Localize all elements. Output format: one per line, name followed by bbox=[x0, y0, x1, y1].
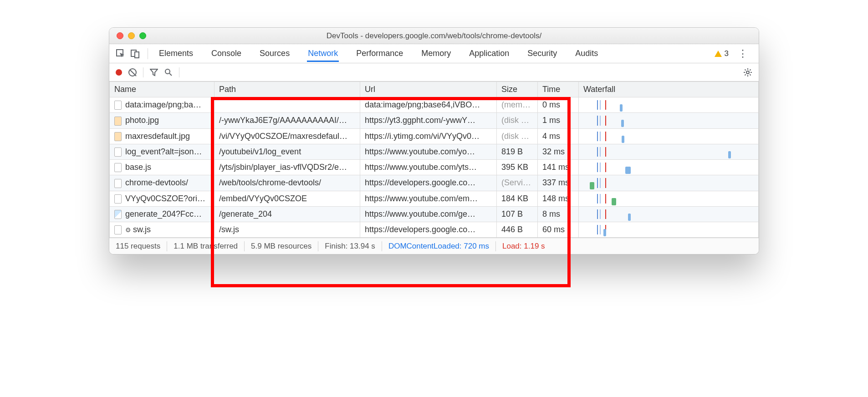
col-waterfall[interactable]: Waterfall bbox=[579, 82, 759, 97]
tab-elements[interactable]: Elements bbox=[158, 45, 194, 62]
cell-path: /youtubei/v1/log_event bbox=[214, 144, 360, 159]
col-size[interactable]: Size bbox=[497, 82, 538, 97]
waterfall-bar bbox=[622, 136, 624, 143]
cell-name[interactable]: photo.jpg bbox=[110, 113, 214, 128]
status-load: Load: 1.19 s bbox=[502, 242, 545, 251]
cell-waterfall bbox=[579, 175, 759, 191]
svg-rect-2 bbox=[135, 52, 139, 58]
cell-name[interactable]: ⚙sw.js bbox=[110, 222, 214, 238]
cell-time: 8 ms bbox=[538, 206, 579, 222]
row-name-label: chrome-devtools/ bbox=[125, 178, 188, 187]
file-icon bbox=[114, 225, 122, 234]
file-icon bbox=[114, 194, 122, 204]
cell-name[interactable]: data:image/png;ba… bbox=[110, 97, 214, 113]
cell-time: 32 ms bbox=[538, 144, 579, 159]
cell-size: 446 B bbox=[497, 222, 538, 238]
titlebar: DevTools - developers.google.com/web/too… bbox=[109, 28, 759, 44]
table-row[interactable]: VYyQv0CSZOE?ori…/embed/VYyQv0CSZOEhttps:… bbox=[110, 191, 759, 206]
table-row[interactable]: data:image/png;ba…data:image/png;base64,… bbox=[110, 97, 759, 113]
col-url[interactable]: Url bbox=[360, 82, 497, 97]
more-options-icon[interactable]: ⋮ bbox=[733, 48, 752, 60]
waterfall-bar bbox=[628, 214, 631, 221]
settings-icon[interactable] bbox=[743, 68, 752, 77]
waterfall-bar bbox=[603, 229, 606, 236]
tab-audits[interactable]: Audits bbox=[574, 45, 599, 62]
cell-name[interactable]: chrome-devtools/ bbox=[110, 175, 214, 191]
row-name-label: log_event?alt=json… bbox=[125, 147, 202, 156]
cell-time: 337 ms bbox=[538, 175, 579, 191]
cell-size: (disk c… bbox=[497, 113, 538, 128]
clear-button[interactable] bbox=[128, 68, 137, 76]
tab-application[interactable]: Application bbox=[468, 45, 510, 62]
network-table: Name Path Url Size Time Waterfall data:i… bbox=[109, 81, 759, 238]
cell-url: https://www.youtube.com/ge… bbox=[360, 206, 497, 222]
row-name-label: base.js bbox=[125, 163, 151, 172]
tab-console[interactable]: Console bbox=[210, 45, 242, 62]
filter-icon[interactable] bbox=[150, 68, 158, 76]
cell-time: 1 ms bbox=[538, 113, 579, 128]
cell-name[interactable]: base.js bbox=[110, 160, 214, 175]
cell-time: 141 ms bbox=[538, 160, 579, 175]
table-row[interactable]: maxresdefault.jpg/vi/VYyQv0CSZOE/maxresd… bbox=[110, 128, 759, 144]
tab-security[interactable]: Security bbox=[526, 45, 558, 62]
table-row[interactable]: ⚙sw.js/sw.jshttps://developers.google.co… bbox=[110, 222, 759, 238]
status-transferred: 1.1 MB transferred bbox=[174, 242, 238, 251]
cell-path: /generate_204 bbox=[214, 206, 360, 222]
device-toggle-icon[interactable] bbox=[130, 49, 140, 59]
cell-url: data:image/png;base64,iVBO… bbox=[360, 97, 497, 113]
row-name-label: maxresdefault.jpg bbox=[125, 132, 190, 141]
status-finish: Finish: 13.94 s bbox=[325, 242, 375, 251]
cell-time: 60 ms bbox=[538, 222, 579, 238]
table-row[interactable]: photo.jpg/-ywwYkaJ6E7g/AAAAAAAAAAI/…http… bbox=[110, 113, 759, 128]
search-icon[interactable] bbox=[164, 68, 173, 76]
svg-line-4 bbox=[169, 73, 172, 76]
tab-sources[interactable]: Sources bbox=[259, 45, 291, 62]
warning-count: 3 bbox=[725, 49, 729, 58]
col-name[interactable]: Name bbox=[110, 82, 214, 97]
cell-url: https://www.youtube.com/yo… bbox=[360, 144, 497, 159]
col-time[interactable]: Time bbox=[538, 82, 579, 97]
file-icon bbox=[114, 179, 122, 188]
tab-performance[interactable]: Performance bbox=[355, 45, 404, 62]
table-row[interactable]: generate_204?Fcc…/generate_204https://ww… bbox=[110, 206, 759, 222]
cell-waterfall bbox=[579, 144, 759, 159]
cell-time: 0 ms bbox=[538, 97, 579, 113]
cell-path: /-ywwYkaJ6E7g/AAAAAAAAAAI/… bbox=[214, 113, 360, 128]
tab-network[interactable]: Network bbox=[307, 45, 339, 62]
cell-waterfall bbox=[579, 222, 759, 238]
cell-waterfall bbox=[579, 113, 759, 128]
cell-size: (Servic… bbox=[497, 175, 538, 191]
warnings-badge[interactable]: 3 bbox=[715, 49, 729, 58]
table-row[interactable]: chrome-devtools//web/tools/chrome-devtoo… bbox=[110, 175, 759, 191]
file-icon bbox=[114, 117, 122, 126]
devtools-window: DevTools - developers.google.com/web/too… bbox=[109, 27, 759, 254]
cell-url: https://www.youtube.com/yts… bbox=[360, 160, 497, 175]
inspect-icon[interactable] bbox=[116, 49, 126, 59]
file-icon bbox=[114, 148, 122, 157]
cell-time: 4 ms bbox=[538, 128, 579, 144]
table-row[interactable]: log_event?alt=json…/youtubei/v1/log_even… bbox=[110, 144, 759, 159]
cell-size: 395 KB bbox=[497, 160, 538, 175]
table-row[interactable]: base.js/yts/jsbin/player_ias-vflVQDSr2/e… bbox=[110, 160, 759, 175]
waterfall-bar bbox=[621, 120, 624, 127]
cell-name[interactable]: VYyQv0CSZOE?ori… bbox=[110, 191, 214, 206]
gear-icon: ⚙ bbox=[125, 226, 131, 234]
tab-memory[interactable]: Memory bbox=[420, 45, 452, 62]
cell-name[interactable]: generate_204?Fcc… bbox=[110, 206, 214, 222]
cell-url: https://i.ytimg.com/vi/VYyQv0… bbox=[360, 128, 497, 144]
svg-line-13 bbox=[750, 69, 751, 70]
row-name-label: data:image/png;ba… bbox=[125, 100, 201, 109]
cell-path: /web/tools/chrome-devtools/ bbox=[214, 175, 360, 191]
svg-point-3 bbox=[165, 69, 170, 74]
svg-line-11 bbox=[750, 74, 751, 75]
cell-name[interactable]: maxresdefault.jpg bbox=[110, 128, 214, 144]
cell-name[interactable]: log_event?alt=json… bbox=[110, 144, 214, 159]
record-button[interactable] bbox=[116, 69, 122, 76]
status-resources: 5.9 MB resources bbox=[251, 242, 311, 251]
svg-point-5 bbox=[746, 71, 749, 74]
row-name-label: sw.js bbox=[133, 225, 151, 234]
cell-size: (memo… bbox=[497, 97, 538, 113]
waterfall-bar bbox=[612, 198, 616, 205]
waterfall-bar bbox=[590, 182, 594, 189]
col-path[interactable]: Path bbox=[214, 82, 360, 97]
